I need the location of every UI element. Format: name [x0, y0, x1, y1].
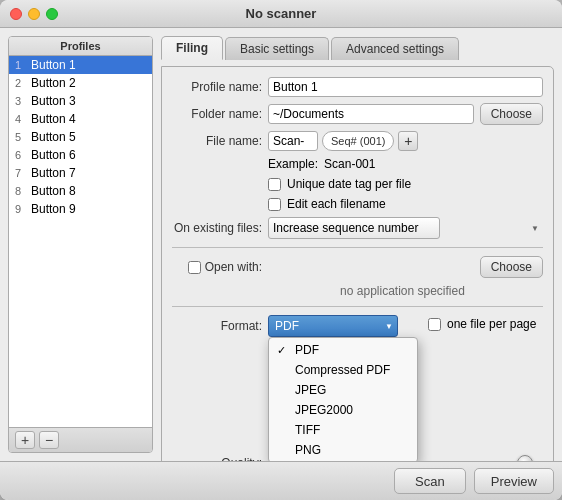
- profile-label-8: Button 8: [31, 184, 76, 198]
- profile-label-4: Button 4: [31, 112, 76, 126]
- format-jpeg2000-label: JPEG2000: [295, 403, 353, 417]
- existing-select-wrapper: Increase sequence number Overwrite Ask: [268, 217, 543, 239]
- format-png-label: PNG: [295, 443, 321, 457]
- format-option-jpeg[interactable]: JPEG: [269, 380, 417, 400]
- profile-label-9: Button 9: [31, 202, 76, 216]
- choose-app-button[interactable]: Choose: [480, 256, 543, 278]
- window-title: No scanner: [246, 6, 317, 21]
- unique-date-label: Unique date tag per file: [287, 177, 411, 191]
- folder-name-input[interactable]: [268, 104, 474, 124]
- profile-num-9: 9: [15, 203, 31, 215]
- format-select-button[interactable]: PDF ▼: [268, 315, 398, 337]
- quality-label: Quality:: [172, 456, 262, 461]
- edit-each-label: Edit each filename: [287, 197, 386, 211]
- remove-profile-button[interactable]: −: [39, 431, 59, 449]
- maximize-button[interactable]: [46, 8, 58, 20]
- profile-item-1[interactable]: 1Button 1: [9, 56, 152, 74]
- format-section: Format: PDF ▼ ✓ PDF: [172, 315, 543, 337]
- profile-num-2: 2: [15, 77, 31, 89]
- filename-prefix-input[interactable]: [268, 131, 318, 151]
- quality-slider-thumb[interactable]: [517, 455, 533, 461]
- main-content: Profiles 1Button 12Button 23Button 34But…: [0, 28, 562, 461]
- choose-folder-button[interactable]: Choose: [480, 103, 543, 125]
- file-name-label: File name:: [172, 134, 262, 148]
- folder-name-row: Folder name: Choose: [172, 103, 543, 125]
- main-window: No scanner Profiles 1Button 12Button 23B…: [0, 0, 562, 500]
- profiles-list: 1Button 12Button 23Button 34Button 45But…: [9, 56, 152, 427]
- settings-panel: Filing Basic settings Advanced settings …: [161, 36, 554, 453]
- file-name-row: File name: Seq# (001) +: [172, 131, 543, 151]
- profile-name-input[interactable]: [268, 77, 543, 97]
- minimize-button[interactable]: [28, 8, 40, 20]
- profile-item-9[interactable]: 9Button 9: [9, 200, 152, 218]
- open-with-checkbox[interactable]: [188, 261, 201, 274]
- format-tiff-label: TIFF: [295, 423, 320, 437]
- seq-badge[interactable]: Seq# (001): [322, 131, 394, 151]
- edit-each-checkbox[interactable]: [268, 198, 281, 211]
- scan-button[interactable]: Scan: [394, 468, 466, 494]
- existing-label: On existing files:: [172, 221, 262, 235]
- profile-num-5: 5: [15, 131, 31, 143]
- add-profile-button[interactable]: +: [15, 431, 35, 449]
- unique-date-checkbox[interactable]: [268, 178, 281, 191]
- format-option-tiff[interactable]: TIFF: [269, 420, 417, 440]
- preview-button[interactable]: Preview: [474, 468, 554, 494]
- profile-label-5: Button 5: [31, 130, 76, 144]
- open-with-row: Open with: Choose: [172, 256, 543, 278]
- format-row: Format: PDF ▼ ✓ PDF: [172, 315, 398, 337]
- profile-item-4[interactable]: 4Button 4: [9, 110, 152, 128]
- one-file-checkbox[interactable]: [428, 318, 441, 331]
- example-row: Example: Scan-001: [172, 157, 543, 171]
- format-jpeg-label: JPEG: [295, 383, 326, 397]
- example-value: Scan-001: [324, 157, 375, 171]
- tab-filing[interactable]: Filing: [161, 36, 223, 60]
- unique-date-row: Unique date tag per file: [172, 177, 543, 191]
- open-with-label: Open with:: [205, 260, 262, 274]
- example-label: Example:: [268, 157, 318, 171]
- profile-num-8: 8: [15, 185, 31, 197]
- profile-num-4: 4: [15, 113, 31, 125]
- existing-files-row: On existing files: Increase sequence num…: [172, 217, 543, 239]
- format-option-compressed-pdf[interactable]: Compressed PDF: [269, 360, 417, 380]
- format-chevron-icon: ▼: [385, 322, 393, 331]
- profile-num-7: 7: [15, 167, 31, 179]
- format-label: Format:: [172, 319, 262, 333]
- profile-item-6[interactable]: 6Button 6: [9, 146, 152, 164]
- filename-builder: Seq# (001) +: [268, 131, 543, 151]
- profile-name-label: Profile name:: [172, 80, 262, 94]
- close-button[interactable]: [10, 8, 22, 20]
- check-icon-pdf: ✓: [277, 344, 289, 357]
- profile-label-7: Button 7: [31, 166, 76, 180]
- profile-label-6: Button 6: [31, 148, 76, 162]
- profiles-panel: Profiles 1Button 12Button 23Button 34But…: [8, 36, 153, 453]
- profile-label-2: Button 2: [31, 76, 76, 90]
- add-token-button[interactable]: +: [398, 131, 418, 151]
- format-option-png[interactable]: PNG: [269, 440, 417, 460]
- tab-advanced-settings[interactable]: Advanced settings: [331, 37, 459, 60]
- tab-basic-settings[interactable]: Basic settings: [225, 37, 329, 60]
- profile-item-3[interactable]: 3Button 3: [9, 92, 152, 110]
- profiles-header: Profiles: [9, 37, 152, 56]
- profile-num-1: 1: [15, 59, 31, 71]
- profile-item-5[interactable]: 5Button 5: [9, 128, 152, 146]
- profile-item-8[interactable]: 8Button 8: [9, 182, 152, 200]
- edit-each-row: Edit each filename: [172, 197, 543, 211]
- titlebar: No scanner: [0, 0, 562, 28]
- divider-2: [172, 306, 543, 307]
- profile-num-6: 6: [15, 149, 31, 161]
- profile-label-3: Button 3: [31, 94, 76, 108]
- format-option-pdf[interactable]: ✓ PDF: [269, 340, 417, 360]
- format-selected-label: PDF: [275, 319, 299, 333]
- profile-item-2[interactable]: 2Button 2: [9, 74, 152, 92]
- format-compressed-pdf-label: Compressed PDF: [295, 363, 390, 377]
- folder-name-label: Folder name:: [172, 107, 262, 121]
- format-dropdown-area: PDF ▼ ✓ PDF Com: [268, 315, 398, 337]
- existing-files-select[interactable]: Increase sequence number Overwrite Ask: [268, 217, 440, 239]
- divider-1: [172, 247, 543, 248]
- format-pdf-label: PDF: [295, 343, 319, 357]
- format-option-jpeg2000[interactable]: JPEG2000: [269, 400, 417, 420]
- profile-name-row: Profile name:: [172, 77, 543, 97]
- profile-item-7[interactable]: 7Button 7: [9, 164, 152, 182]
- tab-content-filing: Profile name: Folder name: Choose File n…: [161, 66, 554, 461]
- no-app-text: no application specified: [172, 284, 543, 298]
